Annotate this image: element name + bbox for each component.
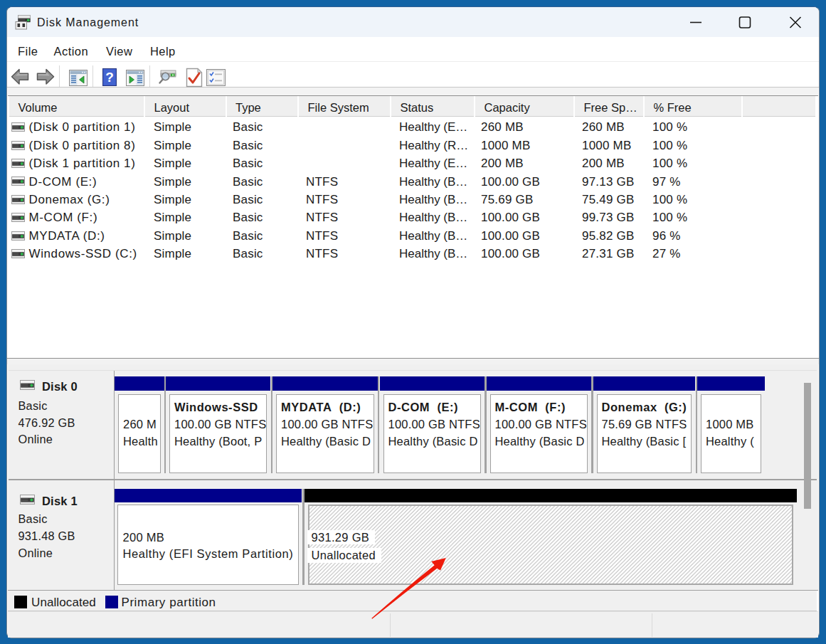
svg-text:?: ? — [105, 70, 114, 85]
